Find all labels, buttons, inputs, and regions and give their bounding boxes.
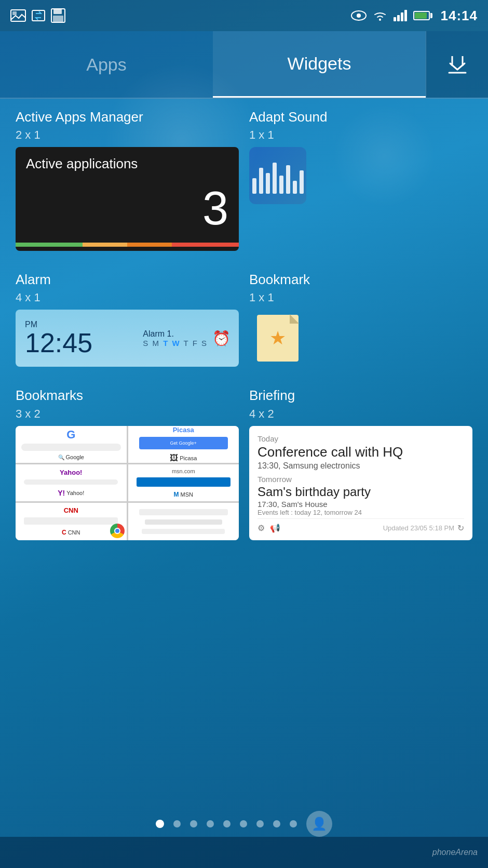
page-dot-2[interactable]: [190, 820, 197, 827]
page-dot-3[interactable]: [207, 820, 214, 827]
bookmark-thumb-msn[interactable]: msn.com M MSN: [128, 464, 239, 501]
svg-rect-4: [53, 9, 62, 14]
footer-bar: phoneArena: [0, 837, 488, 868]
widget-size-adapt-sound: 1 x 1: [249, 128, 472, 142]
briefing-preview[interactable]: Today Conference call with HQ 13:30, Sam…: [249, 426, 472, 540]
bookmark-thumb-cnn[interactable]: CNN C CNN: [16, 503, 127, 540]
widget-cell-bookmark: Bookmark 1 x 1 ★: [249, 272, 472, 367]
briefing-tomorrow-label: Tomorrow: [257, 475, 464, 484]
battery-icon: [413, 11, 432, 20]
status-icons-right: 14:14: [351, 8, 478, 24]
progress-red: [172, 243, 239, 247]
svg-rect-5: [53, 16, 63, 22]
page-dot-1[interactable]: [173, 820, 181, 827]
extra-bar-2: [145, 519, 222, 525]
briefing-footer: ⚙ 📢 Updated 23/05 5:18 PM ↻: [257, 518, 464, 533]
settings-icon[interactable]: ⚙: [257, 523, 265, 533]
google-g-small: 🔍: [58, 455, 64, 460]
cnn-bar: [24, 517, 118, 525]
eq-bar-5: [279, 176, 283, 194]
download-button[interactable]: [426, 31, 488, 98]
status-bar: 14:14: [0, 0, 488, 31]
widget-title-adapt-sound: Adapt Sound: [249, 109, 472, 125]
picasa-button: Get Google+: [139, 437, 228, 449]
page-dot-5[interactable]: [240, 820, 247, 827]
widget-size-alarm: 4 x 1: [16, 291, 239, 304]
sound-icon[interactable]: 📢: [270, 523, 280, 533]
svg-rect-11: [401, 12, 403, 21]
widget-title-alarm: Alarm: [16, 272, 239, 288]
svg-rect-12: [404, 10, 407, 21]
briefing-tomorrow-title: Sam's birthday party: [257, 485, 464, 500]
briefing-footer-right: Updated 23/05 5:18 PM ↻: [383, 523, 464, 533]
eq-bar-7: [293, 181, 297, 194]
svg-rect-2: [32, 10, 45, 21]
page-dot-4[interactable]: [223, 820, 231, 827]
adapt-sound-preview[interactable]: [249, 147, 306, 204]
active-apps-label: Active applications: [26, 155, 228, 173]
active-apps-preview[interactable]: Active applications 3: [16, 147, 239, 251]
alarm-clock-icon: ⏰: [212, 330, 231, 347]
progress-green: [16, 243, 83, 247]
bookmark-thumb-extra[interactable]: [128, 503, 239, 540]
status-time: 14:14: [441, 8, 478, 24]
profile-icon[interactable]: 👤: [306, 811, 332, 837]
equalizer-bars: [252, 157, 304, 194]
google-label: Google: [66, 454, 84, 460]
widget-title-briefing: Briefing: [249, 388, 472, 404]
svg-rect-9: [394, 17, 396, 21]
progress-yellow: [83, 243, 127, 247]
tab-apps[interactable]: Apps: [0, 31, 213, 98]
yahoo-title: Yahoo!: [60, 469, 82, 476]
briefing-events-left: Events left : today 12, tomorrow 24: [257, 509, 464, 516]
widget-cell-bookmarks: Bookmarks 3 x 2 G 🔍 Google Picasa Get Go…: [16, 388, 239, 540]
widgets-grid: Active Apps Manager 2 x 1 Active applica…: [0, 99, 488, 551]
alarm-day-t1: T: [163, 339, 169, 348]
widget-size-bookmarks: 3 x 2: [16, 407, 239, 421]
bookmark-icon-preview[interactable]: ★: [249, 310, 306, 367]
eye-icon: [351, 10, 367, 21]
yahoo-label-row: Y! Yahoo!: [58, 489, 84, 497]
briefing-today-label: Today: [257, 434, 464, 443]
yahoo-label: Yahoo!: [66, 490, 84, 496]
bookmarks-grid-preview[interactable]: G 🔍 Google Picasa Get Google+ 🖼 Picasa: [16, 426, 239, 540]
bookmark-thumb-google[interactable]: G 🔍 Google: [16, 426, 127, 463]
google-searchbar: [21, 444, 121, 451]
msn-banner: [137, 477, 231, 487]
widget-cell-briefing: Briefing 4 x 2 Today Conference call wit…: [249, 388, 472, 540]
page-dot-0[interactable]: [156, 820, 164, 828]
alarm-name: Alarm 1.: [143, 329, 208, 339]
briefing-today-event-title: Conference call with HQ: [257, 444, 464, 460]
active-apps-progress-bar: [16, 243, 239, 247]
briefing-body: Today Conference call with HQ 13:30, Sam…: [257, 434, 464, 516]
widget-title-active-apps: Active Apps Manager: [16, 109, 239, 125]
signal-icon: [394, 10, 407, 21]
eq-bar-4: [273, 163, 277, 194]
phonearena-watermark: phoneArena: [432, 848, 478, 857]
extra-bar-3: [142, 529, 225, 534]
chrome-icon: [110, 524, 125, 538]
refresh-icon[interactable]: ↻: [457, 523, 464, 533]
download-icon: [447, 55, 468, 74]
tab-widgets[interactable]: Widgets: [213, 31, 426, 98]
page-dot-7[interactable]: [273, 820, 280, 827]
page-dot-6[interactable]: [256, 820, 264, 827]
alarm-preview[interactable]: PM 12:45 Alarm 1. S M T W T F S ⏰: [16, 310, 239, 367]
google-logo: G: [66, 428, 75, 442]
yahoo-searchbar: [24, 479, 118, 485]
picasa-btn-label: Get Google+: [170, 440, 197, 446]
briefing-tomorrow-detail: 17:30, Sam's House: [257, 500, 464, 509]
save-icon: [51, 8, 65, 23]
cnn-icon: C: [62, 529, 66, 536]
cnn-label: CNN: [68, 529, 80, 536]
bookmark-thumb-yahoo[interactable]: Yahoo! Y! Yahoo!: [16, 464, 127, 501]
active-apps-count: 3: [202, 182, 228, 235]
bookmark-thumb-picasa[interactable]: Picasa Get Google+ 🖼 Picasa: [128, 426, 239, 463]
eq-bar-1: [252, 178, 256, 194]
yahoo-icon: Y!: [58, 489, 65, 497]
msn-label-row: M MSN: [174, 491, 193, 498]
eq-bar-6: [286, 165, 290, 194]
eq-bar-2: [259, 168, 263, 194]
page-dot-8[interactable]: [290, 820, 297, 827]
gallery-icon: [10, 9, 26, 22]
